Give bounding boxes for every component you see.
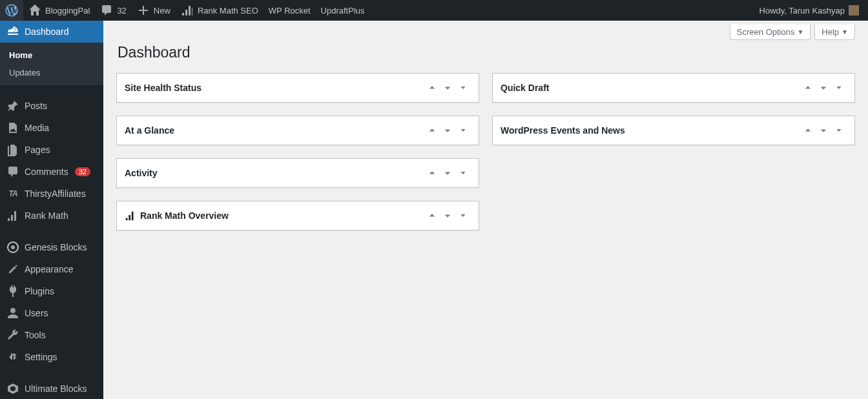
move-down-button[interactable] xyxy=(816,123,831,138)
move-up-button[interactable] xyxy=(424,123,440,138)
caret-down-icon xyxy=(459,211,468,220)
sidebar-subitem-updates[interactable]: Updates xyxy=(0,64,103,81)
sidebar-item-users[interactable]: Users xyxy=(0,302,103,324)
avatar xyxy=(849,5,859,15)
widget-title-wrap: Rank Math Overview xyxy=(125,210,424,221)
sidebar-item-comments[interactable]: Comments 32 xyxy=(0,161,103,183)
chevron-down-icon xyxy=(443,83,452,92)
move-down-button[interactable] xyxy=(440,80,455,96)
sidebar-item-rank-math[interactable]: Rank Math xyxy=(0,205,103,227)
widget-toggle-button[interactable] xyxy=(455,208,471,223)
comments-menu[interactable]: 32 xyxy=(95,0,131,21)
wp-rocket-menu[interactable]: WP Rocket xyxy=(264,0,316,21)
menu-separator xyxy=(0,88,103,92)
screen-options-tab[interactable]: Screen Options ▼ xyxy=(730,25,811,40)
chevron-up-icon xyxy=(428,126,437,135)
howdy-label: Howdy, Tarun Kashyap xyxy=(760,6,845,15)
media-icon xyxy=(6,121,19,134)
site-name-menu[interactable]: BloggingPal xyxy=(23,0,95,21)
tools-icon xyxy=(6,329,19,342)
widget-title-wrap: Quick Draft xyxy=(501,83,800,93)
caret-down-icon xyxy=(459,83,468,92)
move-up-button[interactable] xyxy=(424,208,440,223)
main-content: Screen Options ▼ Help ▼ Dashboard Site H… xyxy=(103,21,868,399)
updraftplus-menu[interactable]: UpdraftPlus xyxy=(316,0,370,21)
new-content-menu[interactable]: New xyxy=(132,0,176,21)
move-up-button[interactable] xyxy=(424,165,440,181)
sidebar-item-appearance[interactable]: Appearance xyxy=(0,258,103,280)
widget-title-wrap: At a Glance xyxy=(125,125,424,136)
my-account-menu[interactable]: Howdy, Tarun Kashyap xyxy=(754,0,864,21)
svg-point-1 xyxy=(11,245,15,249)
sidebar-item-label: ThirstyAffiliates xyxy=(25,189,86,199)
sidebar-item-posts[interactable]: Posts xyxy=(0,95,103,117)
plus-icon xyxy=(137,4,150,17)
sidebar-item-label: Tools xyxy=(25,330,46,340)
sidebar-item-label: Plugins xyxy=(25,286,54,296)
thirstyaffiliates-icon: TA xyxy=(6,187,19,200)
widget-toggle-button[interactable] xyxy=(831,123,847,138)
rank-math-seo-label: Rank Math SEO xyxy=(198,6,258,15)
comments-count-badge: 32 xyxy=(75,167,90,176)
admin-toolbar-left: BloggingPal 32 New Rank Math SEO WP Rock… xyxy=(0,0,370,21)
sidebar-item-ultimate-blocks[interactable]: Ultimate Blocks xyxy=(0,378,103,399)
widget-toggle-button[interactable] xyxy=(831,80,847,96)
widget-header[interactable]: Site Health Status xyxy=(117,74,479,102)
dashboard-icon xyxy=(6,25,19,38)
move-up-button[interactable] xyxy=(800,123,816,138)
widget-toggle-button[interactable] xyxy=(455,80,471,96)
wp-logo-menu[interactable] xyxy=(0,0,23,21)
help-label: Help xyxy=(822,27,839,37)
move-down-button[interactable] xyxy=(440,208,455,223)
chevron-down-icon xyxy=(443,169,452,178)
sidebar-item-tools[interactable]: Tools xyxy=(0,324,103,346)
sidebar-item-label: Rank Math xyxy=(25,210,68,221)
dashboard-widget: Quick Draft xyxy=(492,73,855,103)
sidebar-item-pages[interactable]: Pages xyxy=(0,139,103,161)
move-down-button[interactable] xyxy=(816,80,831,96)
sidebar-subitem-home[interactable]: Home xyxy=(0,46,103,64)
help-tab[interactable]: Help ▼ xyxy=(814,25,855,40)
chevron-down-icon: ▼ xyxy=(842,28,848,36)
move-down-button[interactable] xyxy=(440,165,455,181)
move-down-button[interactable] xyxy=(440,123,455,138)
admin-toolbar: BloggingPal 32 New Rank Math SEO WP Rock… xyxy=(0,0,868,21)
rank-math-seo-menu[interactable]: Rank Math SEO xyxy=(176,0,264,21)
sidebar-item-thirstyaffiliates[interactable]: TA ThirstyAffiliates xyxy=(0,183,103,205)
sidebar-item-label: Ultimate Blocks xyxy=(25,384,87,394)
chevron-up-icon xyxy=(428,83,437,92)
page-icon xyxy=(6,143,19,156)
widget-title-wrap: Site Health Status xyxy=(125,83,424,93)
sidebar-item-genesis-blocks[interactable]: Genesis Blocks xyxy=(0,236,103,258)
widget-header[interactable]: Rank Math Overview xyxy=(117,201,479,230)
move-up-button[interactable] xyxy=(800,80,816,96)
widget-header[interactable]: At a Glance xyxy=(117,116,479,145)
widget-header[interactable]: Activity xyxy=(117,159,479,187)
comment-icon xyxy=(100,4,113,17)
sidebar-item-settings[interactable]: Settings xyxy=(0,346,103,368)
dashboard-widgets-col-right: Quick DraftWordPress Events and News xyxy=(492,73,855,230)
chevron-down-icon xyxy=(443,211,452,220)
sidebar-item-plugins[interactable]: Plugins xyxy=(0,280,103,302)
sidebar-item-label: Media xyxy=(25,123,49,133)
chevron-down-icon: ▼ xyxy=(797,28,803,36)
sidebar-item-label: Genesis Blocks xyxy=(25,242,87,252)
dashboard-widgets-wrap: Site Health StatusAt a GlanceActivityRan… xyxy=(116,73,855,230)
chevron-down-icon xyxy=(819,83,828,92)
move-up-button[interactable] xyxy=(424,80,440,96)
genesis-icon xyxy=(6,241,19,254)
caret-down-icon xyxy=(834,83,843,92)
widget-header[interactable]: Quick Draft xyxy=(493,74,854,102)
sidebar-item-dashboard[interactable]: Dashboard xyxy=(0,21,103,43)
chevron-up-icon xyxy=(803,83,812,92)
widget-toggle-button[interactable] xyxy=(455,165,471,181)
sidebar-item-media[interactable]: Media xyxy=(0,117,103,139)
widget-header[interactable]: WordPress Events and News xyxy=(493,116,854,145)
users-icon xyxy=(6,307,19,320)
rank-math-icon xyxy=(125,210,136,221)
widget-toggle-button[interactable] xyxy=(455,123,471,138)
appearance-icon xyxy=(6,263,19,276)
widget-title: At a Glance xyxy=(125,125,174,136)
sidebar-submenu-dashboard: Home Updates xyxy=(0,43,103,85)
updraftplus-label: UpdraftPlus xyxy=(321,6,365,15)
